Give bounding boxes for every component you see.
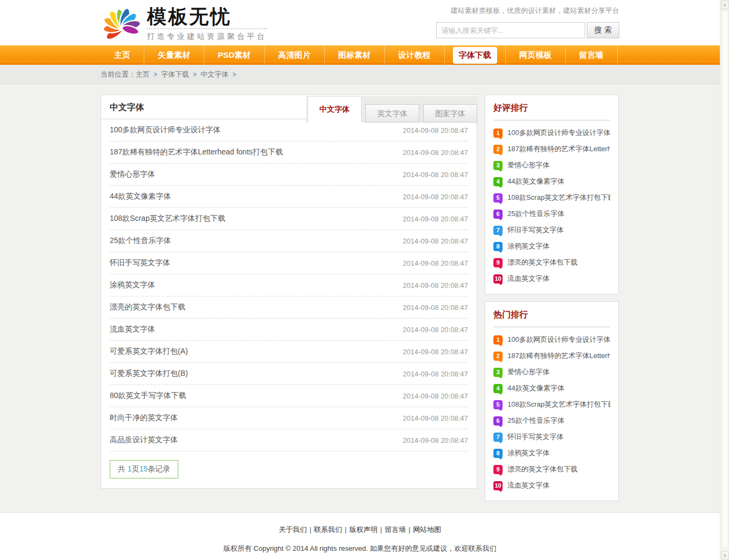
brand[interactable]: 模板无忧 打造专业建站资源聚合平台 xyxy=(101,0,267,45)
font-item-link[interactable]: 108款Scrap英文艺术字体打包下载 xyxy=(110,214,225,224)
nav-item[interactable]: PSD素材 xyxy=(204,45,265,65)
font-item-date: 2014-09-08 20:08:47 xyxy=(403,326,468,334)
category-tab[interactable]: 图案字体 xyxy=(423,104,477,123)
page-viewport: 模板无忧 打造专业建站资源聚合平台 建站素材类模板，优质的设计素材，建站素材分享… xyxy=(0,0,720,560)
search-input[interactable] xyxy=(436,22,585,38)
font-item-link[interactable]: 涂鸦英文字体 xyxy=(110,280,155,290)
breadcrumb-bar: 当前位置：主页>字体下载>中文字体> xyxy=(0,65,720,84)
ranking-item-label: 爱情心形字体 xyxy=(507,160,550,170)
ranking-item[interactable]: 9 漂亮的英文字体包下载 xyxy=(493,461,610,477)
font-item-link[interactable]: 25款个性音乐字体 xyxy=(110,236,171,246)
breadcrumb-separator: > xyxy=(232,71,236,78)
pagination-page-count: 1 xyxy=(128,464,132,473)
font-item-date: 2014-09-08 20:08:47 xyxy=(403,237,468,245)
ranking-item[interactable]: 5 108款Scrap英文艺术字体打包下载 xyxy=(493,396,610,413)
scrollbar-thumb[interactable] xyxy=(721,10,728,548)
vertical-scrollbar[interactable]: ∧ ∨ xyxy=(720,0,729,560)
font-item-link[interactable]: 爱情心形字体 xyxy=(110,170,155,179)
ranking-item-label: 怀旧手写英文字体 xyxy=(507,432,564,442)
ranking-item[interactable]: 8 涂鸦英文字体 xyxy=(493,445,610,461)
ranking-item-label: 怀旧手写英文字体 xyxy=(507,225,564,235)
scroll-down-button[interactable]: ∨ xyxy=(721,551,729,559)
font-item-date: 2014-09-08 20:08:47 xyxy=(403,259,468,267)
ranking-item[interactable]: 7 怀旧手写英文字体 xyxy=(493,222,610,238)
ranking-item[interactable]: 5 108款Scrap英文艺术字体打包下载 xyxy=(493,190,610,206)
font-item-link[interactable]: 流血英文字体 xyxy=(110,325,155,334)
nav-item[interactable]: 字体下载 xyxy=(445,45,506,65)
nav-item-label: 高清图片 xyxy=(278,50,311,60)
copyright-text: 版权所有 Copyright © 2014 All rights reserve… xyxy=(0,544,720,554)
scroll-up-button[interactable]: ∧ xyxy=(721,1,729,9)
footer-link[interactable]: 留言墙 xyxy=(385,525,406,534)
nav-item[interactable]: 图标素材 xyxy=(325,45,385,65)
ranking-item[interactable]: 2 187款稀有独特的艺术字体Letterhead xyxy=(493,141,610,157)
ranking-item[interactable]: 3 爱情心形字体 xyxy=(493,157,610,173)
font-list-panel: 中文字体 中文字体 英文字体 图案字体 100多款网页设计师专业设计字体 xyxy=(101,95,477,489)
category-tab[interactable]: 英文字体 xyxy=(365,104,419,123)
font-item-link[interactable]: 高品质设计英文字体 xyxy=(110,435,178,445)
ranking-item[interactable]: 4 44款英文像素字体 xyxy=(493,380,610,396)
category-tab[interactable]: 中文字体 xyxy=(307,96,362,123)
ranking-item-label: 44款英文像素字体 xyxy=(507,383,564,393)
ranking-item-label: 涂鸦英文字体 xyxy=(507,448,550,458)
font-item-date: 2014-09-08 20:08:47 xyxy=(403,348,468,356)
nav-item[interactable]: 高清图片 xyxy=(265,45,325,65)
hot-ranking-panel: 热门排行 1 100多款网页设计师专业设计字体 2 187款稀有独特的艺术字体L… xyxy=(485,301,619,501)
ranking-item[interactable]: 6 25款个性音乐字体 xyxy=(493,413,610,429)
footer-link[interactable]: 联系我们 xyxy=(314,525,342,534)
font-item-link[interactable]: 100多款网页设计师专业设计字体 xyxy=(110,125,220,135)
font-item-link[interactable]: 可爱系英文字体打包(B) xyxy=(110,369,188,379)
font-list: 100多款网页设计师专业设计字体 2014-09-08 20:08:47 187… xyxy=(101,119,477,451)
breadcrumb-link[interactable]: 中文字体 xyxy=(200,70,229,78)
ranking-item[interactable]: 1 100多款网页设计师专业设计字体 xyxy=(493,125,610,141)
ranking-item[interactable]: 8 涂鸦英文字体 xyxy=(493,238,610,254)
nav-item-label: PSD素材 xyxy=(218,50,251,60)
font-item-link[interactable]: 漂亮的英文字体包下载 xyxy=(110,302,185,312)
ranking-item[interactable]: 7 怀旧手写英文字体 xyxy=(493,429,610,445)
font-item-link[interactable]: 可爱系英文字体打包(A) xyxy=(110,347,188,356)
nav-item[interactable]: 留言墙 xyxy=(566,45,618,65)
ranking-item-label: 187款稀有独特的艺术字体Letterhead xyxy=(507,351,610,361)
font-list-row: 爱情心形字体 2014-09-08 20:08:47 xyxy=(110,164,468,186)
font-item-link[interactable]: 怀旧手写英文字体 xyxy=(110,258,170,268)
font-item-date: 2014-09-08 20:08:47 xyxy=(403,303,468,312)
pagination-summary: 共 1页15条记录 xyxy=(110,460,178,478)
ranking-item-label: 187款稀有独特的艺术字体Letterhead xyxy=(507,144,610,154)
footer-link[interactable]: 网站地图 xyxy=(413,525,441,534)
rank-badge-icon: 3 xyxy=(493,368,503,377)
font-item-link[interactable]: 44款英文像素字体 xyxy=(110,192,171,201)
nav-item[interactable]: 主页 xyxy=(101,45,144,65)
font-item-link[interactable]: 80款英文手写字体下载 xyxy=(110,391,186,401)
font-item-date: 2014-09-08 20:08:47 xyxy=(403,436,468,444)
site-title: 模板无忧 xyxy=(147,6,267,28)
breadcrumb: 当前位置：主页>字体下载>中文字体> xyxy=(101,65,619,84)
font-item-date: 2014-09-08 20:08:47 xyxy=(403,126,468,134)
rank-badge-icon: 6 xyxy=(493,416,503,426)
nav-item[interactable]: 网页模板 xyxy=(506,45,566,65)
search-button[interactable]: 搜 索 xyxy=(587,22,619,38)
font-item-link[interactable]: 187款稀有独特的艺术字体Letterhead fonts打包下载 xyxy=(110,147,283,157)
breadcrumb-link[interactable]: 主页 xyxy=(136,70,150,78)
nav-item-label: 字体下载 xyxy=(453,47,497,64)
ranking-item[interactable]: 4 44款英文像素字体 xyxy=(493,173,610,190)
ranking-item[interactable]: 3 爱情心形字体 xyxy=(493,364,610,380)
breadcrumb-link[interactable]: 字体下载 xyxy=(161,70,189,78)
footer-link-separator: | xyxy=(310,525,311,534)
breadcrumb-label: 当前位置： xyxy=(101,70,136,78)
nav-item[interactable]: 矢量素材 xyxy=(144,45,204,65)
ranking-item[interactable]: 9 漂亮的英文字体包下载 xyxy=(493,254,610,271)
ranking-item[interactable]: 10 流血英文字体 xyxy=(493,271,610,287)
category-tabs: 中文字体 英文字体 图案字体 xyxy=(306,96,477,123)
ranking-item[interactable]: 2 187款稀有独特的艺术字体Letterhead xyxy=(493,348,610,364)
rank-badge-icon: 7 xyxy=(493,433,503,442)
nav-item[interactable]: 设计教程 xyxy=(385,45,445,65)
font-list-row: 高品质设计英文字体 2014-09-08 20:08:47 xyxy=(110,429,468,451)
footer-link[interactable]: 版权声明 xyxy=(350,525,378,534)
rank-badge-icon: 4 xyxy=(493,177,503,186)
font-list-row: 100多款网页设计师专业设计字体 2014-09-08 20:08:47 xyxy=(110,119,468,141)
footer-link[interactable]: 关于我们 xyxy=(279,525,307,534)
ranking-item[interactable]: 10 流血英文字体 xyxy=(493,477,610,494)
ranking-item[interactable]: 1 100多款网页设计师专业设计字体 xyxy=(493,332,610,348)
font-item-link[interactable]: 时尚干净的英文字体 xyxy=(110,413,178,423)
ranking-item[interactable]: 6 25款个性音乐字体 xyxy=(493,206,610,222)
